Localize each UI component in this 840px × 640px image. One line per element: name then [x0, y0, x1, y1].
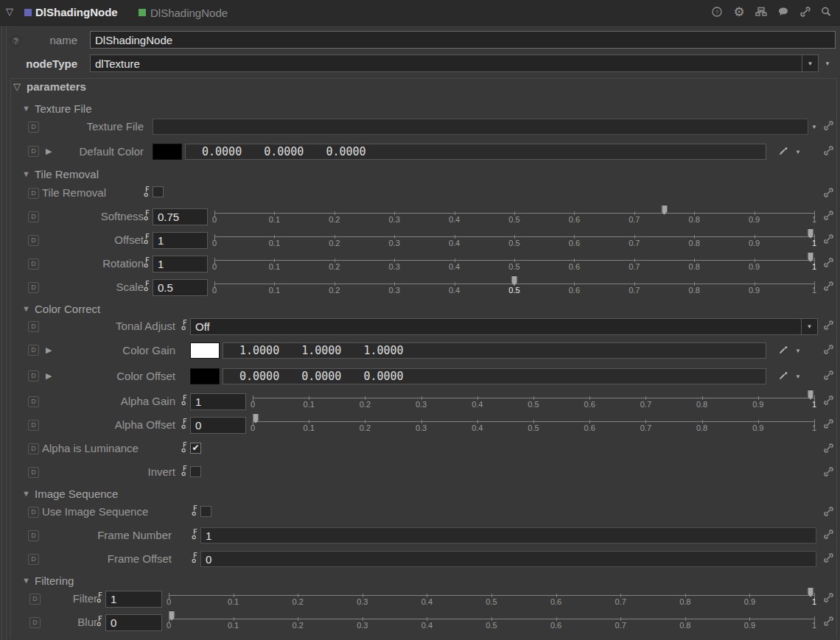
invert-d-badge[interactable]: D [28, 467, 39, 478]
frame-number-f-icon[interactable] [192, 528, 198, 541]
alpha-offset-f-icon[interactable] [181, 418, 188, 431]
color-offset-swatch[interactable] [190, 368, 220, 384]
tile-removal-d-badge[interactable]: D [28, 188, 39, 199]
blur-slider[interactable]: 00.10.20.30.40.50.60.70.80.91 [169, 614, 814, 633]
help-icon[interactable]: ? [710, 6, 724, 19]
scale-f-icon[interactable] [144, 280, 150, 293]
tools-wrench-icon[interactable] [799, 6, 812, 19]
blur-input[interactable]: 0 [105, 614, 162, 631]
tile-removal-checkbox[interactable] [153, 186, 164, 197]
frame-offset-input[interactable]: 0 [200, 551, 816, 567]
frame-number-plug-icon[interactable] [823, 529, 834, 540]
use-image-sequence-f-icon[interactable] [192, 504, 198, 518]
group-image-sequence-header[interactable]: Image Sequence [35, 488, 118, 500]
offset-d-badge[interactable]: D [28, 235, 39, 246]
default-color-values[interactable]: 0.0000 0.0000 0.0000 [185, 144, 766, 160]
color-gain-eyedropper-icon[interactable] [778, 344, 789, 355]
frame-offset-plug-icon[interactable] [823, 552, 834, 563]
group-image-sequence-collapse-icon[interactable]: ▼ [22, 489, 30, 498]
gear-icon[interactable]: ⚙ [732, 6, 746, 19]
color-gain-dropdown-icon[interactable]: ▼ [795, 348, 801, 354]
alpha-offset-input[interactable]: 0 [190, 417, 246, 434]
group-filtering-header[interactable]: Filtering [35, 574, 74, 587]
parameters-header[interactable]: parameters [27, 80, 86, 93]
name-input[interactable]: DlShadingNode [90, 31, 836, 49]
name-help-badge[interactable]: ? [10, 35, 21, 46]
alpha-gain-plug-icon[interactable] [823, 395, 834, 406]
default-color-dropdown-icon[interactable]: ▼ [795, 149, 801, 155]
texture-file-dropdown-icon[interactable]: ▼ [811, 124, 817, 130]
offset-plug-icon[interactable] [823, 233, 834, 245]
tonal-adjust-dropdown[interactable]: Off ▼ [190, 318, 818, 335]
parameters-collapse-icon[interactable]: ▽ [13, 81, 21, 92]
alpha-is-luminance-plug-icon[interactable] [823, 443, 834, 454]
window-collapse-icon[interactable]: ▽ [6, 6, 13, 17]
frame-offset-f-icon[interactable] [192, 552, 198, 565]
color-offset-plug-icon[interactable] [823, 370, 834, 381]
texture-file-d-badge[interactable]: D [28, 122, 39, 133]
blur-plug-icon[interactable] [823, 616, 834, 627]
filter-plug-icon[interactable] [823, 592, 834, 603]
texture-file-plug-icon[interactable] [823, 120, 834, 131]
alpha-offset-slider[interactable]: 00.10.20.30.40.50.60.70.80.91 [253, 417, 814, 436]
scale-input[interactable]: 0.5 [153, 279, 208, 296]
color-offset-d-badge[interactable]: D [28, 370, 39, 381]
filter-input[interactable]: 1 [105, 591, 162, 608]
nodetype-extra-dropdown-icon[interactable]: ▼ [825, 60, 830, 67]
tonal-adjust-plug-icon[interactable] [823, 320, 834, 331]
nodetype-dropdown[interactable]: dlTexture ▼ [90, 54, 819, 72]
tonal-adjust-f-icon[interactable] [181, 319, 188, 332]
filter-d-badge[interactable]: D [29, 594, 41, 605]
scale-slider[interactable]: 00.10.20.30.40.50.60.70.80.91 [214, 279, 814, 298]
color-gain-expand-icon[interactable]: ▶ [46, 345, 52, 355]
alpha-offset-plug-icon[interactable] [823, 418, 834, 429]
rotation-slider[interactable]: 00.10.20.30.40.50.60.70.80.91 [214, 256, 814, 275]
use-image-sequence-checkbox[interactable] [200, 506, 211, 517]
offset-input[interactable]: 1 [153, 232, 208, 249]
color-gain-values[interactable]: 1.0000 1.0000 1.0000 [223, 342, 766, 359]
tonal-adjust-dropdown-arrow-icon[interactable]: ▼ [801, 319, 817, 334]
softness-f-icon[interactable] [144, 209, 150, 222]
alpha-gain-slider[interactable]: 00.10.20.30.40.50.60.70.80.91 [253, 393, 814, 412]
default-color-expand-icon[interactable]: ▶ [46, 147, 52, 156]
group-filtering-collapse-icon[interactable]: ▼ [22, 576, 30, 585]
default-color-plug-icon[interactable] [823, 145, 834, 156]
tonal-adjust-d-badge[interactable]: D [28, 321, 39, 332]
frame-offset-d-badge[interactable]: D [28, 554, 39, 565]
group-tile-removal-collapse-icon[interactable]: ▼ [22, 169, 30, 178]
softness-d-badge[interactable]: D [28, 211, 39, 222]
tile-removal-f-icon[interactable] [144, 186, 150, 199]
offset-slider[interactable]: 00.10.20.30.40.50.60.70.80.91 [214, 232, 814, 251]
softness-plug-icon[interactable] [823, 210, 834, 221]
alpha-is-luminance-f-icon[interactable] [181, 441, 188, 454]
color-gain-swatch[interactable] [190, 342, 220, 359]
color-offset-expand-icon[interactable]: ▶ [46, 371, 52, 381]
group-texture-file-header[interactable]: Texture File [35, 102, 92, 115]
invert-f-icon[interactable] [181, 465, 188, 478]
alpha-gain-f-icon[interactable] [181, 394, 188, 407]
use-image-sequence-plug-icon[interactable] [823, 506, 834, 517]
alpha-gain-input[interactable]: 1 [190, 393, 246, 410]
group-color-correct-collapse-icon[interactable]: ▼ [22, 304, 30, 313]
offset-f-icon[interactable] [144, 233, 150, 246]
default-color-eyedropper-icon[interactable] [778, 145, 789, 156]
default-color-swatch[interactable] [153, 144, 182, 160]
rotation-d-badge[interactable]: D [28, 259, 39, 270]
nodetype-dropdown-arrow-icon[interactable]: ▼ [802, 55, 818, 71]
rotation-f-icon[interactable] [144, 256, 150, 270]
softness-input[interactable]: 0.75 [153, 208, 208, 225]
tile-removal-plug-icon[interactable] [823, 187, 834, 198]
group-tile-removal-header[interactable]: Tile Removal [35, 168, 99, 180]
invert-checkbox[interactable] [190, 466, 201, 477]
alpha-gain-d-badge[interactable]: D [28, 396, 39, 407]
filter-f-icon[interactable] [97, 591, 103, 605]
filter-slider[interactable]: 00.10.20.30.40.50.60.70.80.91 [169, 591, 814, 610]
color-offset-eyedropper-icon[interactable] [778, 370, 789, 381]
color-offset-values[interactable]: 0.0000 0.0000 0.0000 [223, 368, 766, 384]
group-color-correct-header[interactable]: Color Correct [35, 303, 100, 315]
scale-d-badge[interactable]: D [28, 282, 39, 293]
color-gain-plug-icon[interactable] [823, 344, 834, 355]
color-gain-d-badge[interactable]: D [28, 345, 39, 356]
use-image-sequence-d-badge[interactable]: D [28, 507, 39, 518]
invert-plug-icon[interactable] [823, 466, 834, 477]
